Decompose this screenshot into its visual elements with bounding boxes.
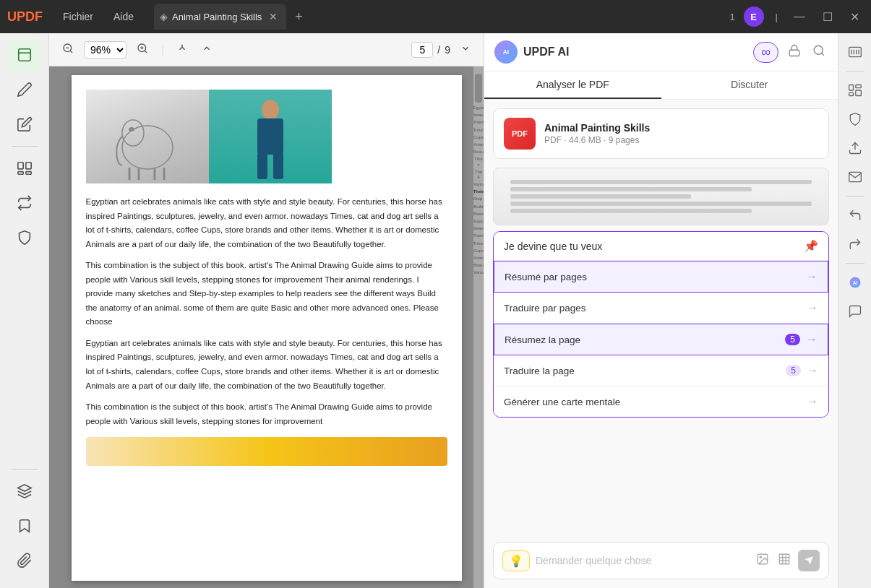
ai-search-icon[interactable] (810, 42, 828, 63)
ai-logo: AI (494, 40, 518, 64)
app-logo: UPDF (7, 9, 43, 25)
svg-rect-24 (257, 153, 267, 179)
tab-analyze[interactable]: Analyser le PDF (484, 72, 661, 99)
close-button[interactable]: ✕ (846, 9, 864, 25)
page-input[interactable] (411, 42, 433, 58)
svg-marker-6 (17, 485, 30, 491)
zoom-select[interactable]: 96% (84, 41, 126, 59)
suggestion-item-0[interactable]: Résumé par pages → (494, 261, 828, 293)
minimize-button[interactable]: — (789, 9, 810, 25)
thumb-label-egypt: Egypt (473, 105, 484, 111)
svg-text:AI: AI (503, 48, 509, 56)
pdf-page: Egyptian art celebrates animals like cat… (72, 75, 462, 581)
menu-fichier[interactable]: Fichier (56, 8, 100, 25)
chat-send-button[interactable] (798, 550, 820, 571)
thumb-label-time: Time: (473, 128, 484, 133)
ai-panel: AI UPDF AI ∞ Analyser le PDF Discuter P (484, 33, 838, 588)
separator: | (776, 12, 778, 22)
suggestion-item-1[interactable]: Traduire par pages → (494, 293, 828, 324)
right-divider-2 (846, 196, 864, 196)
sidebar-item-protect[interactable] (9, 222, 40, 254)
pdf-area[interactable]: Egypt beau Paint Time: Cups Anim Beau Th… (49, 66, 484, 588)
right-redo-icon[interactable] (842, 231, 868, 257)
sidebar-item-annotate[interactable] (9, 74, 40, 105)
right-share-icon[interactable] (842, 135, 868, 161)
svg-rect-45 (855, 90, 861, 96)
thumb-label-cups2: Cups (473, 248, 484, 254)
page-total: 9 (445, 44, 450, 56)
sidebar-item-attachment[interactable] (9, 545, 40, 576)
suggestion-title: Je devine que tu veux (504, 241, 799, 252)
suggestion-item-4[interactable]: Générer une carte mentale → (494, 386, 828, 417)
chat-input[interactable] (536, 550, 749, 571)
right-mail-icon[interactable] (842, 164, 868, 190)
scrollbar-thumb[interactable] (475, 74, 482, 103)
sidebar-item-view[interactable] (9, 39, 40, 71)
ai-prompt-button[interactable]: 💡 (502, 550, 530, 571)
suggestion-item-3[interactable]: Traduire la page 5 → (494, 355, 828, 386)
pdf-top-image (86, 90, 332, 183)
suggestion-section: Je devine que tu veux 📌 Résumé par pages… (493, 231, 829, 418)
page-top-button[interactable] (173, 40, 192, 59)
suggestion-badge-3: 5 (786, 365, 801, 376)
pdf-scrollbar[interactable]: Egypt beau Paint Time: Cups Anim Beau Th… (473, 66, 484, 588)
person-silhouette (241, 97, 299, 183)
page-down-button[interactable] (456, 40, 475, 59)
right-undo-icon[interactable] (842, 202, 868, 228)
menu-aide[interactable]: Aide (106, 8, 141, 25)
chat-toolbar (755, 550, 820, 571)
divider: | (161, 43, 164, 56)
right-ai-icon[interactable]: AI (842, 269, 868, 295)
thumb-label-egyp2: Egyp (473, 219, 484, 224)
new-tab-button[interactable]: + (295, 9, 303, 25)
ai-lock-icon[interactable] (786, 42, 803, 63)
sidebar-divider-1 (12, 146, 38, 147)
svg-marker-37 (805, 556, 813, 565)
svg-line-29 (821, 53, 823, 55)
zoom-in-button[interactable] (132, 40, 153, 60)
page-separator: / (437, 44, 440, 56)
sidebar-item-edit[interactable] (9, 108, 40, 140)
svg-point-31 (760, 556, 761, 558)
file-name: Animal Painting Skills (544, 122, 818, 134)
suggestion-text-4: Générer une carte mentale (504, 397, 801, 407)
suggestion-arrow-1: → (807, 301, 818, 314)
right-protect-icon[interactable] (842, 106, 868, 132)
ai-infinity-button[interactable]: ∞ (753, 42, 778, 63)
file-meta: PDF · 44.6 MB · 9 pages (544, 135, 818, 145)
maximize-button[interactable]: ☐ (818, 9, 837, 25)
ai-header: AI UPDF AI ∞ (484, 33, 838, 72)
main-area: 96% | / 9 (0, 33, 871, 588)
file-type: PDF (544, 135, 562, 145)
suggestion-arrow-3: → (807, 364, 818, 377)
version-indicator[interactable]: 1 (729, 12, 734, 22)
sidebar-bottom (9, 466, 40, 582)
ai-header-icons: ∞ (753, 42, 828, 63)
suggestion-item-2[interactable]: Résumez la page 5 → (494, 324, 828, 355)
user-avatar[interactable]: E (744, 7, 764, 27)
right-comment-icon[interactable] (842, 298, 868, 324)
right-view-icon[interactable] (842, 77, 868, 103)
thumb-label-beau: beau (473, 113, 483, 118)
tab-close-button[interactable]: ✕ (266, 9, 280, 24)
sidebar-item-layers[interactable] (9, 475, 40, 507)
page-display: / 9 (411, 42, 450, 58)
pdf-thumbnail (493, 168, 829, 225)
chat-input-area: 💡 (493, 542, 829, 579)
tab-discuss[interactable]: Discuter (661, 72, 838, 99)
suggestion-header: Je devine que tu veux 📌 (494, 232, 828, 261)
ai-tabs: Analyser le PDF Discuter (484, 72, 838, 100)
sidebar-item-organize[interactable] (9, 152, 40, 184)
thumb-line-4 (510, 202, 812, 206)
svg-rect-23 (257, 118, 283, 155)
thumb-label-anim2: Anim (473, 256, 484, 261)
sidebar-item-convert[interactable] (9, 187, 40, 219)
svg-point-21 (129, 127, 134, 131)
ocr-icon[interactable] (842, 39, 868, 65)
right-divider-1 (846, 71, 864, 72)
zoom-out-button[interactable] (58, 40, 78, 60)
table-icon[interactable] (776, 551, 792, 571)
sidebar-item-bookmark[interactable] (9, 510, 40, 542)
image-upload-icon[interactable] (755, 551, 771, 571)
page-up-button[interactable] (197, 40, 216, 59)
